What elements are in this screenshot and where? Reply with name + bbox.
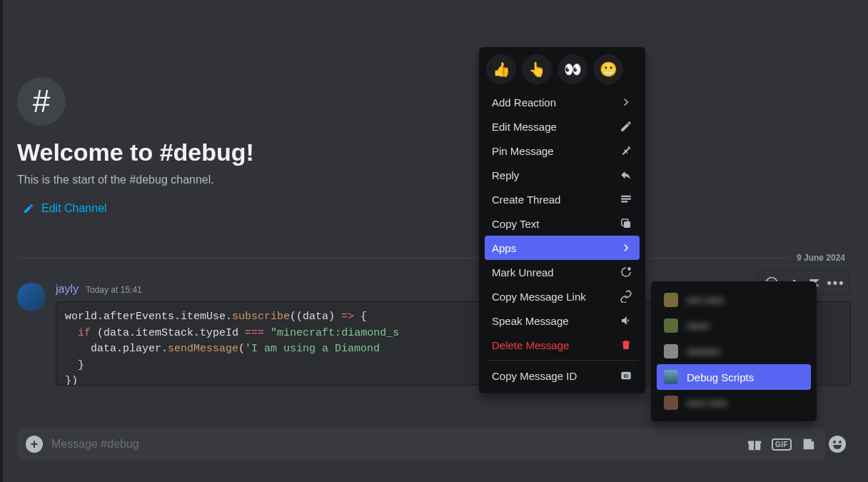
app-icon (664, 293, 678, 307)
pin-icon (620, 144, 632, 157)
channel-welcome: # Welcome to #debug! This is the start o… (17, 77, 851, 217)
apps-item-debug-scripts[interactable]: Debug Scripts (657, 364, 811, 390)
apps-label: •••••• (687, 320, 710, 332)
composer-icons: GIF (747, 436, 817, 452)
svg-text:ID: ID (624, 373, 629, 378)
ctx-copy-link[interactable]: Copy Message Link (485, 284, 640, 308)
sticker-icon[interactable] (801, 436, 817, 452)
app-icon (664, 396, 678, 410)
ctx-label: Reply (492, 169, 519, 181)
welcome-title: Welcome to #debug! (17, 139, 851, 166)
svg-rect-10 (754, 441, 755, 450)
date-divider: 9 June 2024 (17, 251, 851, 264)
apps-label: •••• ••••• (687, 294, 723, 306)
divider-line (17, 258, 791, 258)
reaction-point-up[interactable]: 👆 (522, 54, 552, 84)
id-icon: ID (620, 369, 632, 382)
smile-icon (829, 436, 846, 453)
apps-item[interactable]: •••••• (657, 313, 811, 338)
ctx-create-thread[interactable]: Create Thread (485, 187, 640, 211)
ctx-delete-message[interactable]: Delete Message (485, 333, 640, 357)
username[interactable]: jayly (56, 283, 79, 296)
ctx-add-reaction[interactable]: Add Reaction (485, 90, 640, 114)
hash-icon: # (17, 77, 66, 126)
trash-icon (620, 338, 632, 351)
ctx-label: Apps (492, 242, 516, 254)
ctx-label: Pin Message (492, 145, 554, 157)
ctx-edit-message[interactable]: Edit Message (485, 114, 640, 139)
ctx-label: Edit Message (492, 121, 557, 133)
pencil-icon (620, 120, 632, 133)
app-icon (664, 344, 678, 358)
unread-icon (620, 266, 632, 278)
chevron-right-icon (620, 96, 632, 109)
copy-icon (620, 217, 632, 230)
context-menu: 👍 👆 👀 😬 Add Reaction Edit Message Pin Me… (479, 47, 645, 393)
ctx-reply[interactable]: Reply (485, 163, 640, 187)
apps-item[interactable]: ••••••••• (657, 338, 811, 364)
ctx-speak-message[interactable]: Speak Message (485, 308, 640, 333)
composer-input[interactable] (51, 438, 738, 451)
reaction-eyes[interactable]: 👀 (557, 54, 587, 84)
apps-item[interactable]: •••• ••••• (657, 287, 811, 313)
link-icon (620, 290, 632, 303)
gift-icon[interactable] (747, 436, 762, 452)
ctx-copy-text[interactable]: Copy Text (485, 211, 640, 236)
edit-channel-label: Edit Channel (41, 202, 107, 215)
svg-point-5 (627, 267, 631, 271)
message-composer[interactable]: + GIF (17, 428, 825, 461)
ctx-pin-message[interactable]: Pin Message (485, 139, 640, 163)
svg-rect-3 (624, 221, 630, 228)
quick-reactions: 👍 👆 👀 😬 (485, 53, 640, 90)
attach-button[interactable]: + (26, 436, 43, 453)
apps-item[interactable]: ••••• ••••• (657, 390, 811, 416)
apps-label: ••••••••• (687, 346, 720, 358)
chevron-right-icon (620, 241, 632, 254)
app-icon (664, 318, 678, 333)
reaction-grimace[interactable]: 😬 (593, 54, 623, 84)
ctx-label: Create Thread (492, 194, 560, 206)
ctx-label: Copy Message Link (492, 291, 586, 303)
ctx-label: Copy Message ID (492, 370, 577, 382)
thread-icon (620, 193, 632, 206)
avatar[interactable] (17, 283, 46, 311)
ctx-copy-id[interactable]: Copy Message ID ID (485, 363, 640, 388)
apps-submenu: •••• ••••• •••••• ••••••••• Debug Script… (651, 281, 817, 421)
welcome-subtitle: This is the start of the #debug channel. (17, 174, 851, 186)
ctx-mark-unread[interactable]: Mark Unread (485, 260, 640, 284)
divider-date: 9 June 2024 (791, 251, 851, 264)
ctx-label: Delete Message (492, 339, 569, 351)
ctx-label: Add Reaction (492, 96, 556, 109)
app-icon (664, 370, 678, 384)
apps-label: ••••• ••••• (687, 397, 727, 409)
reaction-thumbs-up[interactable]: 👍 (486, 54, 516, 84)
reply-icon (620, 169, 632, 181)
ctx-label: Copy Text (492, 218, 539, 230)
pencil-icon (23, 203, 34, 214)
ctx-apps[interactable]: Apps (485, 236, 640, 260)
apps-label: Debug Scripts (687, 371, 754, 383)
emoji-picker-button[interactable] (824, 428, 851, 461)
scroll-edge (0, 0, 3, 482)
edit-channel-button[interactable]: Edit Channel (17, 202, 107, 215)
speak-icon (620, 314, 632, 327)
gif-icon[interactable]: GIF (774, 436, 789, 452)
timestamp: Today at 15:41 (86, 285, 142, 295)
ctx-label: Mark Unread (492, 266, 554, 278)
ctx-label: Speak Message (492, 315, 569, 327)
separator (486, 360, 638, 361)
more-icon[interactable]: ••• (826, 273, 846, 293)
